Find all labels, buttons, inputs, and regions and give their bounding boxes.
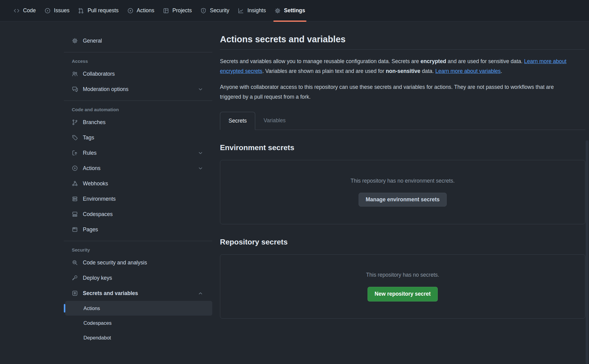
sidebar-item-general[interactable]: General: [64, 33, 212, 48]
sidebar-subitem-dependabot-secrets[interactable]: Dependabot: [65, 330, 212, 345]
sidebar-item-deploy-keys[interactable]: Deploy keys: [64, 270, 212, 286]
tag-icon: [72, 135, 78, 141]
sidebar-divider: [64, 52, 212, 52]
tab-label: Insights: [247, 7, 266, 14]
issue-opened-icon: [44, 8, 51, 14]
sidebar-subitem-codespaces-secrets[interactable]: Codespaces: [65, 316, 212, 330]
sidebar-item-environments[interactable]: Environments: [64, 191, 212, 207]
sidebar-item-label: Pages: [83, 226, 98, 233]
tab-settings[interactable]: Settings: [270, 0, 310, 21]
shield-icon: [200, 8, 206, 14]
chevron-down-icon: [198, 87, 203, 92]
sidebar-item-label: Branches: [83, 119, 106, 126]
project-icon: [163, 8, 169, 14]
repo-tab-bar: Code Issues Pull requests Actions Projec…: [0, 0, 589, 21]
tab-issues[interactable]: Issues: [40, 0, 74, 21]
tab-secrets[interactable]: Secrets: [220, 112, 255, 130]
sidebar-item-label: Webhooks: [83, 180, 108, 187]
chevron-down-icon: [198, 150, 203, 156]
sidebar-section-security: Security: [64, 247, 212, 252]
manage-environment-secrets-button[interactable]: Manage environment secrets: [359, 193, 447, 207]
people-icon: [72, 71, 78, 77]
collaborator-note: Anyone with collaborator access to this …: [220, 82, 576, 102]
sidebar-item-pages[interactable]: Pages: [64, 222, 212, 237]
sidebar-item-label: Tags: [83, 135, 94, 141]
tab-actions[interactable]: Actions: [123, 0, 159, 21]
tab-code[interactable]: Code: [9, 0, 40, 21]
repository-secrets-empty-box: This repository has no secrets. New repo…: [220, 254, 585, 319]
tab-label: Actions: [137, 7, 154, 14]
intro-text: data.: [420, 68, 435, 74]
environment-secrets-heading: Environment secrets: [220, 143, 585, 152]
sidebar-subitem-actions-secrets[interactable]: Actions: [65, 301, 212, 316]
graph-icon: [238, 8, 244, 14]
server-icon: [72, 196, 78, 202]
code-icon: [13, 8, 20, 14]
git-pull-request-icon: [78, 8, 84, 14]
comment-discussion-icon: [72, 86, 78, 92]
intro-text: .: [501, 68, 502, 74]
sidebar-item-label: Actions: [83, 165, 100, 172]
sidebar-divider: [64, 100, 212, 101]
tab-label: Code: [23, 7, 36, 14]
asterisk-box-icon: [72, 290, 78, 296]
sidebar-item-label: Code security and analysis: [83, 260, 147, 266]
git-branch-icon: [72, 119, 78, 125]
intro-text: Secrets and variables allow you to manag…: [220, 58, 421, 64]
sidebar-item-branches[interactable]: Branches: [64, 115, 212, 130]
sidebar-item-code-security-and-analysis[interactable]: Code security and analysis: [64, 255, 212, 270]
sidebar-divider: [64, 241, 212, 241]
sidebar-section-access: Access: [64, 59, 212, 64]
intro-paragraph: Secrets and variables allow you to manag…: [220, 56, 585, 76]
tab-label: Settings: [284, 7, 305, 14]
sidebar-item-collaborators[interactable]: Collaborators: [64, 66, 212, 82]
sidebar-item-label: Codespaces: [83, 211, 113, 218]
gear-icon: [72, 38, 78, 44]
new-repository-secret-button[interactable]: New repository secret: [368, 287, 438, 301]
tab-pull-requests[interactable]: Pull requests: [74, 0, 123, 21]
tab-insights[interactable]: Insights: [233, 0, 270, 21]
tab-label: Projects: [172, 7, 192, 14]
sidebar-item-tags[interactable]: Tags: [64, 130, 212, 145]
intro-text: and are used for sensitive data.: [446, 58, 524, 64]
repository-secrets-empty-message: This repository has no secrets.: [366, 272, 439, 278]
rules-icon: [72, 150, 78, 156]
sidebar-item-webhooks[interactable]: Webhooks: [64, 176, 212, 191]
tab-label: Security: [210, 7, 229, 14]
sidebar-section-code-and-automation: Code and automation: [64, 107, 212, 112]
sidebar-item-label: Codespaces: [83, 320, 112, 326]
tab-variables[interactable]: Variables: [255, 112, 294, 130]
repository-secrets-heading: Repository secrets: [220, 238, 585, 246]
intro-bold-non-sensitive: non-sensitive: [386, 68, 421, 74]
sidebar-item-label: Deploy keys: [83, 275, 112, 281]
sidebar-item-label: Rules: [83, 150, 97, 156]
sidebar-item-label: Secrets and variables: [83, 290, 138, 297]
sidebar-item-label: Moderation options: [83, 86, 129, 93]
tab-projects[interactable]: Projects: [159, 0, 196, 21]
environment-secrets-empty-box: This repository has no environment secre…: [220, 160, 585, 224]
sidebar-item-actions[interactable]: Actions: [64, 161, 212, 176]
sidebar-item-label: General: [83, 38, 102, 44]
intro-bold-encrypted: encrypted: [421, 58, 446, 64]
link-learn-more-variables[interactable]: Learn more about variables: [435, 68, 501, 74]
codespaces-icon: [72, 211, 78, 217]
vertical-scrollbar[interactable]: [586, 140, 588, 364]
intro-text: . Variables are shown as plain text and …: [262, 68, 386, 74]
main-content: Actions secrets and variables Secrets an…: [220, 21, 585, 319]
browser-icon: [72, 226, 78, 233]
key-icon: [72, 275, 78, 281]
tab-security[interactable]: Security: [196, 0, 233, 21]
sidebar-item-codespaces[interactable]: Codespaces: [64, 207, 212, 222]
tab-label: Issues: [54, 7, 70, 14]
sidebar-item-moderation-options[interactable]: Moderation options: [64, 82, 212, 97]
sidebar-item-rules[interactable]: Rules: [64, 145, 212, 161]
tab-label: Pull requests: [87, 7, 118, 14]
settings-sidebar: General Access Collaborators Moderation …: [64, 21, 212, 345]
sidebar-item-secrets-and-variables[interactable]: Secrets and variables: [64, 286, 212, 301]
play-icon: [127, 8, 133, 14]
sidebar-item-label: Actions: [83, 305, 100, 311]
webhook-icon: [72, 180, 78, 187]
page-title: Actions secrets and variables: [220, 34, 585, 50]
gear-icon: [275, 8, 281, 14]
chevron-up-icon: [198, 291, 203, 296]
